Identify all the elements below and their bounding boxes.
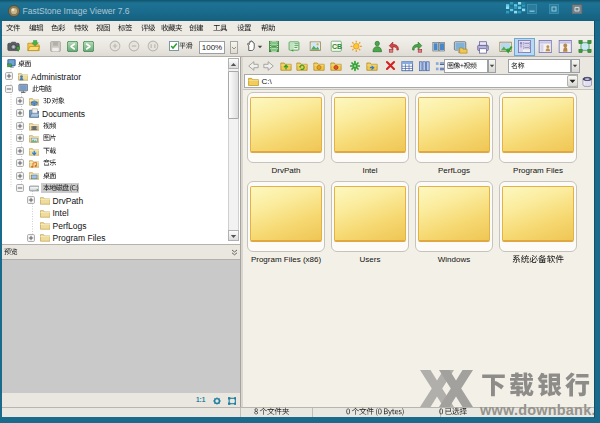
- svg-text:CB: CB: [332, 43, 342, 50]
